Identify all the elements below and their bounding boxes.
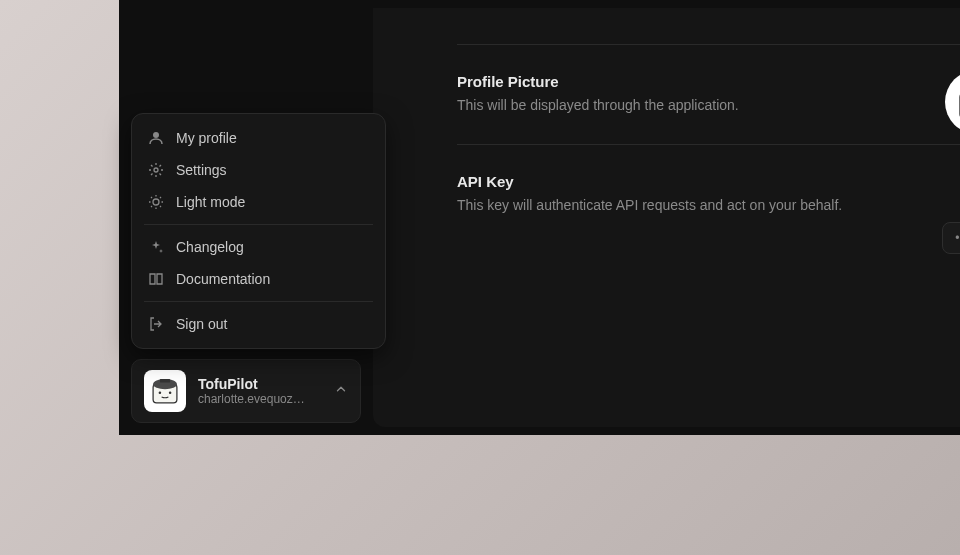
book-icon xyxy=(148,271,164,287)
tofu-avatar-icon xyxy=(148,374,182,408)
menu-item-label: Settings xyxy=(176,162,227,178)
svg-rect-2 xyxy=(160,379,170,382)
menu-divider xyxy=(144,224,373,225)
user-email: charlotte.evequoz… xyxy=(198,392,322,406)
menu-item-changelog[interactable]: Changelog xyxy=(140,231,377,263)
main-content: Profile Picture This will be displayed t… xyxy=(373,8,960,427)
menu-item-settings[interactable]: Settings xyxy=(140,154,377,186)
menu-item-label: Sign out xyxy=(176,316,227,332)
api-key-section: API Key This key will authenticate API r… xyxy=(373,145,960,244)
menu-item-label: My profile xyxy=(176,130,237,146)
menu-item-my-profile[interactable]: My profile xyxy=(140,122,377,154)
svg-point-3 xyxy=(159,391,162,394)
menu-item-sign-out[interactable]: Sign out xyxy=(140,308,377,340)
user-menu-popup: My profile Settings Light mode Changelog… xyxy=(131,113,386,349)
api-key-masked[interactable]: • • • • xyxy=(942,222,960,254)
svg-point-12 xyxy=(153,199,159,205)
menu-item-label: Light mode xyxy=(176,194,245,210)
svg-point-10 xyxy=(153,132,159,138)
menu-item-light-mode[interactable]: Light mode xyxy=(140,186,377,218)
sun-icon xyxy=(148,194,164,210)
user-avatar xyxy=(144,370,186,412)
chevron-up-icon xyxy=(334,382,348,400)
tofu-avatar-icon xyxy=(953,78,960,126)
menu-item-label: Documentation xyxy=(176,271,270,287)
user-icon xyxy=(148,130,164,146)
section-desc: This will be displayed through the appli… xyxy=(457,96,739,116)
svg-point-11 xyxy=(154,168,158,172)
section-title: API Key xyxy=(457,173,842,190)
menu-item-documentation[interactable]: Documentation xyxy=(140,263,377,295)
profile-picture-section: Profile Picture This will be displayed t… xyxy=(373,45,960,144)
content-inner: Profile Picture This will be displayed t… xyxy=(373,8,960,243)
section-desc: This key will authenticate API requests … xyxy=(457,196,842,216)
signout-icon xyxy=(148,316,164,332)
section-title: Profile Picture xyxy=(457,73,739,90)
menu-divider xyxy=(144,301,373,302)
sparkle-icon xyxy=(148,239,164,255)
user-info: TofuPilot charlotte.evequoz… xyxy=(198,376,322,406)
gear-icon xyxy=(148,162,164,178)
user-card[interactable]: TofuPilot charlotte.evequoz… xyxy=(131,359,361,423)
menu-item-label: Changelog xyxy=(176,239,244,255)
svg-point-4 xyxy=(169,391,172,394)
user-name: TofuPilot xyxy=(198,376,322,392)
